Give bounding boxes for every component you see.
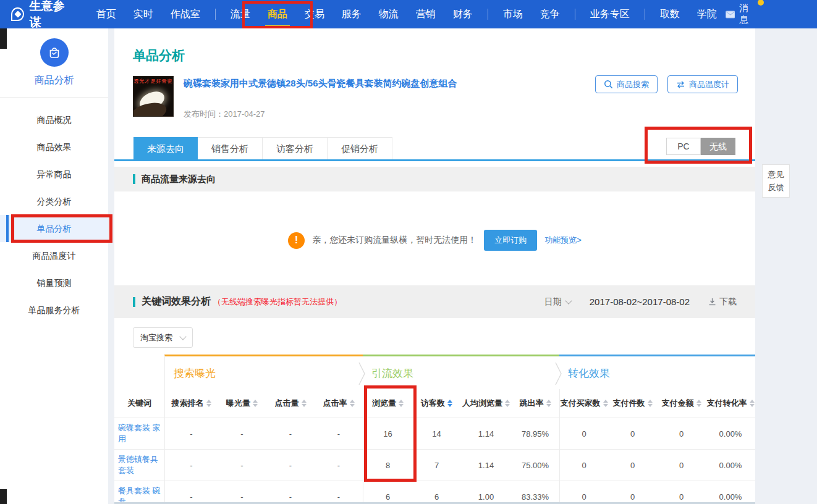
brand-logo[interactable]: 生意参谋: [11, 0, 73, 30]
sort-arrows-icon: [399, 400, 404, 407]
product-thermometer-button[interactable]: 商品温度计: [667, 75, 738, 93]
table-cell-search-rank: -: [164, 418, 218, 449]
search-icon: [604, 80, 613, 89]
column-header-payment-amount[interactable]: 支付金额: [657, 389, 706, 418]
left-edge-artifact-bottom: [0, 489, 7, 504]
table-header-row: 关键词搜索排名曝光量点击量点击率浏览量访客数人均浏览量跳出率支付买家数支付件数支…: [114, 389, 755, 418]
feedback-line1: 意见: [763, 168, 789, 181]
group-separator-chevron: [358, 360, 368, 387]
warning-icon: !: [288, 232, 305, 249]
product-thumbnail[interactable]: 透光才是好骨瓷: [133, 76, 174, 117]
nav-item-logistics[interactable]: 物流: [370, 0, 407, 28]
annotation-box-item-analysis: [11, 214, 112, 243]
order-now-button[interactable]: 立即订购: [484, 230, 537, 251]
table-cell-conversion-rate: 0.00%: [706, 450, 755, 481]
table-cell-pageviews: 8: [363, 450, 412, 481]
chevron-down-icon: [565, 297, 572, 304]
nav-item-marketing[interactable]: 营销: [407, 0, 444, 28]
product-thermometer-label: 商品温度计: [689, 79, 729, 90]
sidebar-item-sales-forecast[interactable]: 销量预测: [0, 269, 108, 296]
feedback-button[interactable]: 意见 反馈: [762, 164, 790, 198]
table-row: 景德镇餐具套装----871.1475.00%0000.00%: [114, 449, 755, 481]
device-toggle-wireless-active[interactable]: 无线: [701, 138, 735, 155]
column-header-clicks[interactable]: 点击量: [266, 389, 315, 418]
group-header-search-exposure: 搜索曝光: [164, 355, 363, 389]
keyword-section-header: 关键词效果分析 （无线端搜索曝光指标暂无法提供） 日期 2017-08-02~2…: [114, 285, 755, 318]
page-title: 单品分析: [133, 47, 185, 64]
sidebar-module-header[interactable]: 商品分析: [0, 28, 108, 98]
nav-item-trade[interactable]: 交易: [296, 0, 333, 28]
date-dropdown[interactable]: 日期: [544, 296, 571, 308]
table-cell-search-rank: -: [164, 481, 218, 504]
nav-divider: [488, 9, 488, 20]
nav-item-business-zone[interactable]: 业务专区: [582, 0, 638, 28]
nav-item-competition[interactable]: 竞争: [531, 0, 569, 28]
tab-promotion-analysis[interactable]: 促销分析: [328, 138, 392, 159]
nav-item-realtime[interactable]: 实时: [125, 0, 162, 28]
tab-source-flow[interactable]: 来源去向: [133, 137, 198, 160]
sidebar-item-product-effect[interactable]: 商品效果: [0, 133, 108, 161]
column-header-visitors[interactable]: 访客数: [412, 389, 461, 418]
source-filter-select[interactable]: 淘宝搜索: [133, 327, 193, 348]
exchange-icon: [676, 81, 685, 88]
sidebar-item-abnormal-products[interactable]: 异常商品: [0, 161, 108, 188]
nav-item-traffic[interactable]: 流量: [222, 0, 259, 28]
nav-item-market[interactable]: 市场: [494, 0, 531, 28]
sort-arrows-icon: [447, 400, 452, 407]
column-header-avg-pageviews[interactable]: 人均浏览量: [461, 389, 511, 418]
nav-divider: [575, 9, 575, 20]
column-header-ctr[interactable]: 点击率: [315, 389, 363, 418]
tab-visitor-analysis[interactable]: 访客分析: [263, 138, 328, 159]
sidebar-item-category-analysis[interactable]: 分类分析: [0, 188, 108, 215]
column-header-bounce-rate[interactable]: 跳出率: [511, 389, 559, 418]
table-cell-impressions: -: [218, 450, 266, 481]
keyword-link[interactable]: 餐具套装 碗盘: [114, 481, 164, 504]
nav-item-service[interactable]: 服务: [333, 0, 370, 28]
keyword-link[interactable]: 碗碟套装 家用: [114, 418, 164, 449]
download-button[interactable]: 下载: [708, 296, 737, 308]
nav-item-data-extract[interactable]: 取数: [651, 0, 688, 28]
sidebar-item-product-overview[interactable]: 商品概况: [0, 106, 108, 133]
table-cell-clicks: -: [266, 481, 315, 504]
sort-arrows-icon: [253, 400, 258, 407]
column-header-search-rank[interactable]: 搜索排名: [164, 389, 218, 418]
table-cell-impressions: -: [218, 418, 266, 449]
sidebar-item-item-service-analysis[interactable]: 单品服务分析: [0, 296, 108, 324]
envelope-icon: [726, 10, 735, 19]
active-nav-underline: [265, 25, 290, 27]
nav-item-home[interactable]: 首页: [88, 0, 125, 28]
notice-text: 亲，您还未订购流量纵横，暂时无法使用！: [312, 235, 476, 246]
sidebar-item-product-thermometer[interactable]: 商品温度计: [0, 242, 108, 269]
table-cell-visitors: 14: [412, 418, 461, 449]
column-header-items-paid[interactable]: 支付件数: [608, 389, 657, 418]
section-accent-bar: [133, 297, 135, 307]
nav-item-finance[interactable]: 财务: [444, 0, 481, 28]
table-cell-buyers: 0: [559, 450, 608, 481]
column-header-pageviews[interactable]: 浏览量: [363, 389, 412, 418]
message-button[interactable]: 消息: [726, 2, 756, 26]
table-cell-items-paid: 0: [608, 481, 657, 504]
table-cell-impressions: -: [218, 481, 266, 504]
table-cell-search-rank: -: [164, 450, 218, 481]
nav-item-product[interactable]: 商品: [259, 0, 296, 28]
nav-item-war-room[interactable]: 作战室: [162, 0, 209, 28]
download-label: 下载: [719, 296, 737, 308]
product-search-button[interactable]: 商品搜索: [595, 75, 658, 93]
table-cell-payment-amount: 0: [657, 450, 706, 481]
product-title-link[interactable]: 碗碟套装家用中式景德镇28头/56头骨瓷餐具套装简约碗盘创意组合: [184, 78, 616, 90]
tab-sales-analysis[interactable]: 销售分析: [198, 138, 263, 159]
device-toggle-pc[interactable]: PC: [666, 138, 701, 155]
sidebar-item-item-analysis[interactable]: 单品分析: [0, 215, 108, 242]
table-cell-visitors: 7: [412, 450, 461, 481]
column-header-conversion-rate[interactable]: 支付转化率: [706, 389, 755, 418]
table-cell-avg-pageviews: 1.00: [461, 481, 511, 504]
column-header-buyers[interactable]: 支付买家数: [559, 389, 608, 418]
table-row: 碗碟套装 家用----16141.1478.95%0000.00%: [114, 418, 755, 449]
column-header-impressions[interactable]: 曝光量: [218, 389, 266, 418]
nav-divider: [215, 9, 216, 20]
table-cell-items-paid: 0: [608, 450, 657, 481]
keyword-link[interactable]: 景德镇餐具套装: [114, 450, 164, 481]
feature-preview-link[interactable]: 功能预览>: [544, 235, 582, 246]
nav-item-academy[interactable]: 学院: [688, 0, 726, 28]
thumbnail-caption: 透光才是好骨瓷: [133, 77, 173, 85]
